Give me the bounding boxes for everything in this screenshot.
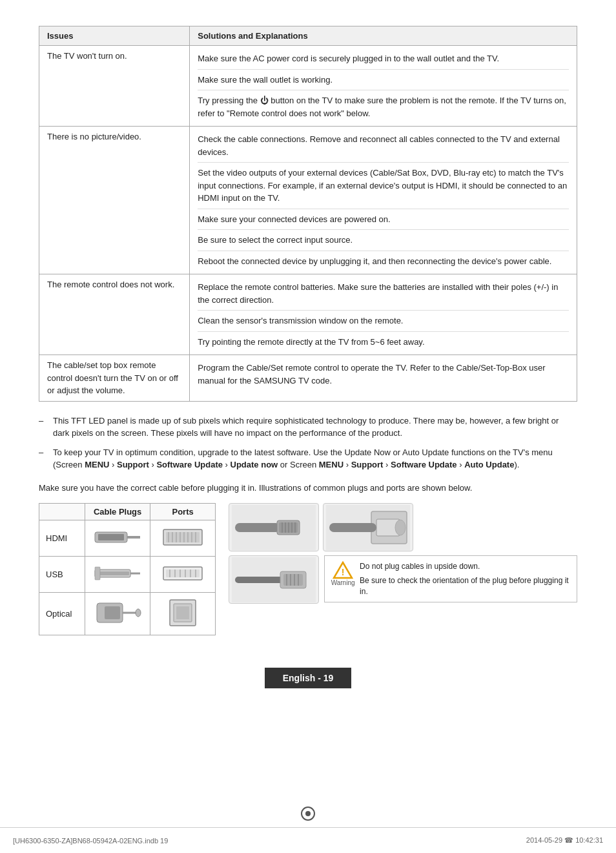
issue-cell: The TV won't turn on. <box>39 46 190 127</box>
solution-item: Try pointing the remote directly at the … <box>198 331 569 351</box>
table-row: There is no picture/video. Check the cab… <box>39 127 577 274</box>
usb-plug-cell <box>85 557 150 593</box>
warning-triangle-icon: ! <box>333 561 353 579</box>
bold-update-now: Update now <box>231 460 278 469</box>
table-row: The TV won't turn on. Make sure the AC p… <box>39 46 577 127</box>
table-row: The remote control does not work. Replac… <box>39 274 577 355</box>
svg-rect-16 <box>95 567 100 580</box>
usb-port-cell <box>150 557 216 593</box>
top-row-images <box>229 503 577 551</box>
svg-rect-47 <box>235 577 283 583</box>
cable-label-header <box>39 504 85 520</box>
issues-table: Issues Solutions and Explanations The TV… <box>39 26 577 402</box>
bold-support2: Support <box>351 460 384 469</box>
cable-label-hdmi: HDMI <box>39 520 85 557</box>
warning-row-1: ! Warning Do not plug cables in upside d… <box>330 561 571 597</box>
warning-section: ! Warning Do not plug cables in upside d… <box>324 555 577 602</box>
warning-text-block: Do not plug cables in upside down. Be su… <box>360 561 571 597</box>
bottom-decoration-circle <box>301 807 315 821</box>
warning-text-2: Be sure to check the orientation of the … <box>360 575 571 597</box>
optical-plug-svg <box>92 597 143 629</box>
bold-software-update: Software Update <box>156 460 223 469</box>
note-dash: – <box>39 415 50 440</box>
cable-label-usb: USB <box>39 557 85 593</box>
hdmi-plug-cell <box>85 520 150 557</box>
cable-photo-svg-1 <box>232 505 316 550</box>
note-item: – To keep your TV in optimum condition, … <box>39 446 577 471</box>
cable-photo-svg-2 <box>326 505 410 550</box>
svg-rect-14 <box>97 571 129 575</box>
col-solutions-header: Solutions and Explanations <box>190 26 577 46</box>
solution-cell: Program the Cable/Set remote control to … <box>190 355 577 402</box>
hdmi-plug-svg <box>92 524 143 550</box>
bold-auto-update: Auto Update <box>464 460 514 469</box>
footer-right: 2014-05-29 ☎ 10:42:31 <box>526 836 603 845</box>
warning-icon-group: ! Warning <box>330 561 356 586</box>
cable-ports-header: Ports <box>150 504 216 520</box>
svg-point-28 <box>136 609 141 617</box>
solution-item: Check the cable connections. Remove and … <box>198 130 569 161</box>
solution-item: Clean the sensor's transmission window o… <box>198 310 569 330</box>
solution-item: Make sure your connected devices are pow… <box>198 209 569 229</box>
svg-rect-1 <box>98 534 124 540</box>
usb-port-svg <box>157 560 209 586</box>
svg-text:!: ! <box>342 567 345 577</box>
solution-item: Make sure the AC power cord is securely … <box>198 50 569 68</box>
note-text: This TFT LED panel is made up of sub pix… <box>53 415 577 440</box>
cable-row-hdmi: HDMI <box>39 520 216 557</box>
cable-row-usb: USB <box>39 557 216 593</box>
table-row: The cable/set top box remote control doe… <box>39 355 577 402</box>
solution-item: Program the Cable/Set remote control to … <box>198 359 569 389</box>
cable-photo-3 <box>229 555 319 604</box>
svg-rect-31 <box>176 606 189 619</box>
svg-rect-33 <box>235 523 280 532</box>
cable-label-optical: Optical <box>39 593 85 635</box>
note-item: – This TFT LED panel is made up of sub p… <box>39 415 577 440</box>
cable-plugs-header: Cable Plugs <box>85 504 150 520</box>
issue-cell: There is no picture/video. <box>39 127 190 274</box>
cable-row-optical: Optical <box>39 593 216 635</box>
solution-item: Set the video outputs of your external d… <box>198 162 569 207</box>
col-issues-header: Issues <box>39 26 190 46</box>
footer-left: [UH6300-6350-ZA]BN68-05942A-02ENG.indb 1… <box>13 837 168 845</box>
hdmi-port-svg <box>157 524 209 550</box>
bottom-images <box>229 555 319 604</box>
warning-label: Warning <box>331 579 355 586</box>
hdmi-port-cell <box>150 520 216 557</box>
solution-item: Try pressing the ⏻ button on the TV to m… <box>198 90 569 122</box>
cable-photo-2 <box>323 503 413 551</box>
note-text: To keep your TV in optimum condition, up… <box>53 446 577 471</box>
bold-software-update2: Software Update <box>391 460 457 469</box>
solution-cell: Make sure the AC power cord is securely … <box>190 46 577 127</box>
solution-item: Reboot the connected device by unpluggin… <box>198 251 569 271</box>
cable-intro: Make sure you have the correct cable bef… <box>39 482 577 495</box>
solution-item: Be sure to select the correct input sour… <box>198 229 569 249</box>
bottom-circle-fill <box>305 811 311 816</box>
solution-cell: Replace the remote control batteries. Ma… <box>190 274 577 355</box>
cable-photo-svg-3 <box>232 557 316 602</box>
issue-cell: The cable/set top box remote control doe… <box>39 355 190 402</box>
optical-plug-cell <box>85 593 150 635</box>
note-dash: – <box>39 446 50 471</box>
optical-port-svg <box>157 597 209 629</box>
bottom-row-content: ! Warning Do not plug cables in upside d… <box>229 555 577 604</box>
svg-point-45 <box>395 520 406 535</box>
right-side-images: ! Warning Do not plug cables in upside d… <box>229 503 577 635</box>
issue-cell: The remote control does not work. <box>39 274 190 355</box>
solution-item: Replace the remote control batteries. Ma… <box>198 278 569 309</box>
optical-port-cell <box>150 593 216 635</box>
cable-table: Cable Plugs Ports HDMI <box>39 503 216 635</box>
notes-section: – This TFT LED panel is made up of sub p… <box>39 415 577 471</box>
usb-plug-svg <box>92 560 143 586</box>
bold-support: Support <box>117 460 149 469</box>
svg-rect-44 <box>329 523 376 532</box>
svg-rect-18 <box>166 570 200 577</box>
svg-rect-26 <box>105 606 120 619</box>
bottom-bar: [UH6300-6350-ZA]BN68-05942A-02ENG.indb 1… <box>0 827 616 853</box>
svg-rect-4 <box>166 532 200 542</box>
bold-menu: MENU <box>85 460 109 469</box>
solution-item: Make sure the wall outlet is working. <box>198 69 569 89</box>
cable-photo-1 <box>229 503 319 551</box>
page-number-container: English - 19 <box>39 668 577 688</box>
warning-text-1: Do not plug cables in upside down. <box>360 561 571 572</box>
